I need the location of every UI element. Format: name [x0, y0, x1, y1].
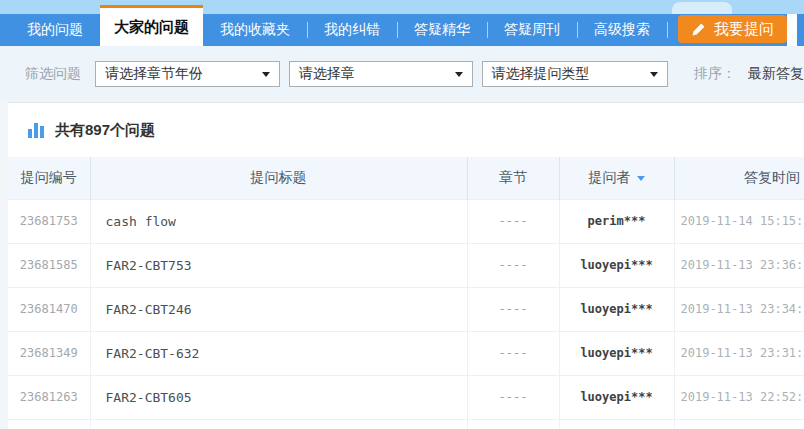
main-navbar: 我的问题大家的问题我的收藏夹我的纠错答疑精华答疑周刊高级搜索回收站 我要提问 [0, 14, 804, 46]
sort-label: 排序： [694, 65, 736, 81]
column-header-1: 提问标题 [90, 157, 467, 199]
table-row[interactable]: 23681349FAR2-CBT-632----luoyepi***2019-1… [8, 331, 804, 375]
pencil-icon [691, 22, 706, 37]
cell-chapter: ---- [467, 375, 559, 419]
cell-asker: luoyepi*** [559, 287, 674, 331]
cell-reply-time: 2019-11-13 22:52:12 [674, 375, 804, 419]
sort-group: 排序： 最新答复 [694, 65, 804, 83]
chevron-down-icon [650, 72, 658, 77]
questions-table: 提问编号提问标题章节提问者答复时间 23681753cash flow----p… [8, 157, 804, 429]
nav-tab-6[interactable]: 高级搜索 [577, 14, 667, 46]
cell-asker: luoyepi*** [559, 375, 674, 419]
column-header-label: 提问者 [589, 169, 631, 185]
table-row[interactable]: 23681753cash flow----perim***2019-11-14 … [8, 199, 804, 243]
cell-asker: luoyepi*** [559, 243, 674, 287]
cell-asker: perim*** [559, 199, 674, 243]
nav-tabs: 我的问题大家的问题我的收藏夹我的纠错答疑精华答疑周刊高级搜索回收站 [10, 14, 743, 46]
cell-id: 23681349 [8, 331, 90, 375]
chapter-year-select[interactable]: 请选择章节年份 [95, 61, 280, 87]
question-count: 共有897个问题 [55, 121, 155, 140]
nav-tab-4[interactable]: 答疑精华 [397, 14, 487, 46]
column-header-4[interactable]: 答复时间 [674, 157, 804, 199]
left-gutter [0, 102, 8, 429]
column-header-label: 章节 [499, 169, 527, 185]
cell-title[interactable]: FAR2-CBT753 [90, 243, 467, 287]
cell-reply-time: 2019-11-13 23:31:22 [674, 331, 804, 375]
cell-chapter: ---- [467, 331, 559, 375]
nav-tab-5[interactable]: 答疑周刊 [487, 14, 577, 46]
cell-title[interactable]: FAR2-CBT246 [90, 287, 467, 331]
nav-tab-1-active[interactable]: 大家的问题 [100, 5, 203, 46]
ask-question-label: 我要提问 [714, 20, 774, 39]
table-row[interactable]: 23681263FAR2-CBT605----luoyepi***2019-11… [8, 375, 804, 419]
cell-id: 23681470 [8, 287, 90, 331]
column-header-label: 提问标题 [251, 169, 307, 185]
sort-latest-reply[interactable]: 最新答复 [748, 65, 804, 81]
ask-question-button[interactable]: 我要提问 [678, 15, 787, 43]
nav-tab-3[interactable]: 我的纠错 [307, 14, 397, 46]
chapter-year-select-value: 请选择章节年份 [105, 65, 203, 83]
cell-chapter: ---- [467, 243, 559, 287]
navbar-notch [787, 14, 797, 46]
question-type-select[interactable]: 请选择提问类型 [482, 61, 669, 87]
nav-tab-0[interactable]: 我的问题 [10, 14, 100, 46]
filter-bar: 筛选问题 请选择章节年份 请选择章 请选择提问类型 排序： 最新答复 [0, 46, 804, 102]
content-area: 共有897个问题 提问编号提问标题章节提问者答复时间 23681753cash … [0, 102, 804, 429]
table-row[interactable]: 23681585FAR2-CBT753----luoyepi***2019-11… [8, 243, 804, 287]
cell-id: 23681585 [8, 243, 90, 287]
chevron-down-icon [455, 72, 463, 77]
chevron-down-icon [262, 72, 270, 77]
question-type-select-value: 请选择提问类型 [492, 65, 590, 83]
table-row[interactable]: 23681470FAR2-CBT246----luoyepi***2019-11… [8, 287, 804, 331]
top-strip-highlight [672, 2, 732, 14]
column-header-0: 提问编号 [8, 157, 90, 199]
cell-reply-time: 2019-11-13 23:36:17 [674, 243, 804, 287]
stats-row: 共有897个问题 [8, 103, 804, 157]
cell-asker: luoyepi*** [559, 331, 674, 375]
chapter-select[interactable]: 请选择章 [289, 61, 473, 87]
cell-reply-time: 2019-11-14 15:15:54 [674, 199, 804, 243]
column-header-3[interactable]: 提问者 [559, 157, 674, 199]
cell-id: 23681263 [8, 375, 90, 419]
column-header-label: 提问编号 [21, 169, 77, 185]
table-body: 23681753cash flow----perim***2019-11-14 … [8, 199, 804, 429]
nav-tab-2[interactable]: 我的收藏夹 [203, 14, 307, 46]
cell-title[interactable]: cash flow [90, 199, 467, 243]
chapter-select-value: 请选择章 [299, 65, 355, 83]
filter-label: 筛选问题 [25, 65, 81, 83]
cell-title[interactable]: FAR2-CBT605 [90, 375, 467, 419]
cell-id: 23681753 [8, 199, 90, 243]
table-row-partial [8, 419, 804, 429]
table-header-row: 提问编号提问标题章节提问者答复时间 [8, 157, 804, 199]
questions-panel: 共有897个问题 提问编号提问标题章节提问者答复时间 23681753cash … [8, 102, 804, 429]
column-header-2: 章节 [467, 157, 559, 199]
bar-chart-icon [28, 122, 44, 138]
column-header-label: 答复时间 [744, 169, 800, 185]
cell-reply-time: 2019-11-13 23:34:37 [674, 287, 804, 331]
cell-chapter: ---- [467, 287, 559, 331]
cell-chapter: ---- [467, 199, 559, 243]
cell-title[interactable]: FAR2-CBT-632 [90, 331, 467, 375]
sort-down-icon [637, 176, 645, 181]
